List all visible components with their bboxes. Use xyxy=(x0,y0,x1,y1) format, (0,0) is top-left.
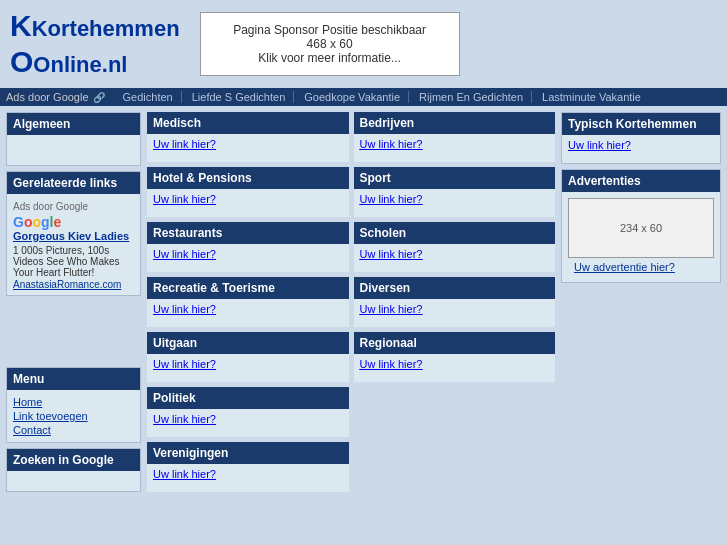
verenigingen-title: Verenigingen xyxy=(147,442,349,464)
scholen-title: Scholen xyxy=(354,222,556,244)
cat-bedrijven: Bedrijven Uw link hier? xyxy=(354,112,556,162)
menu-home[interactable]: Home xyxy=(13,395,134,409)
sport-title: Sport xyxy=(354,167,556,189)
main-content: Algemeen Gerelateerde links Ads door Goo… xyxy=(0,106,727,498)
row-4: Recreatie & Toerisme Uw link hier? Diver… xyxy=(147,277,555,327)
nav-rijmen[interactable]: Rijmen En Gedichten xyxy=(411,91,532,103)
politiek-link[interactable]: Uw link hier? xyxy=(153,413,216,425)
cat-restaurants: Restaurants Uw link hier? xyxy=(147,222,349,272)
hotel-title: Hotel & Pensions xyxy=(147,167,349,189)
recreatie-link[interactable]: Uw link hier? xyxy=(153,303,216,315)
advertenties-title: Advertenties xyxy=(562,170,720,192)
uitgaan-title: Uitgaan xyxy=(147,332,349,354)
right-sidebar: Typisch Kortehemmen Uw link hier? Advert… xyxy=(561,112,721,492)
gerelateerde-title: Gerelateerde links xyxy=(7,172,140,194)
site-title: KKortehemmen OOnline.nl xyxy=(10,8,180,80)
row-6: Politiek Uw link hier? xyxy=(147,387,555,437)
sponsor-line2: 468 x 60 xyxy=(221,37,439,51)
sidebar-ads-label: Ads door Google xyxy=(13,199,134,214)
typisch-link[interactable]: Uw link hier? xyxy=(568,139,631,151)
sponsor-box[interactable]: Pagina Sponsor Positie beschikbaar 468 x… xyxy=(200,12,460,76)
algemeen-section: Algemeen xyxy=(6,112,141,166)
typisch-title: Typisch Kortehemmen xyxy=(562,113,720,135)
cat-regionaal: Regionaal Uw link hier? xyxy=(354,332,556,382)
ad-link[interactable]: Gorgeous Kiev Ladies xyxy=(13,230,134,242)
zoeken-section: Zoeken in Google xyxy=(6,448,141,492)
nav-lastminute[interactable]: Lastminute Vakantie xyxy=(534,91,649,103)
zoeken-title: Zoeken in Google xyxy=(7,449,140,471)
scholen-link[interactable]: Uw link hier? xyxy=(360,248,423,260)
diversen-title: Diversen xyxy=(354,277,556,299)
sponsor-line3: Klik voor meer informatie... xyxy=(221,51,439,65)
diversen-link[interactable]: Uw link hier? xyxy=(360,303,423,315)
ad-box-label: 234 x 60 xyxy=(620,222,662,234)
ad-advertentie-link[interactable]: Uw advertentie hier? xyxy=(568,258,714,276)
uitgaan-link[interactable]: Uw link hier? xyxy=(153,358,216,370)
bedrijven-title: Bedrijven xyxy=(354,112,556,134)
cat-politiek: Politiek Uw link hier? xyxy=(147,387,349,437)
ad-box[interactable]: 234 x 60 xyxy=(568,198,714,258)
cat-uitgaan: Uitgaan Uw link hier? xyxy=(147,332,349,382)
cat-recreatie: Recreatie & Toerisme Uw link hier? xyxy=(147,277,349,327)
nav-liefde[interactable]: Liefde S Gedichten xyxy=(184,91,295,103)
cat-medisch: Medisch Uw link hier? xyxy=(147,112,349,162)
regionaal-title: Regionaal xyxy=(354,332,556,354)
nav-gedichten[interactable]: Gedichten xyxy=(115,91,182,103)
cat-hotel: Hotel & Pensions Uw link hier? xyxy=(147,167,349,217)
left-sidebar: Algemeen Gerelateerde links Ads door Goo… xyxy=(6,112,141,492)
menu-contact[interactable]: Contact xyxy=(13,423,134,437)
regionaal-link[interactable]: Uw link hier? xyxy=(360,358,423,370)
ad-text: 1 000s Pictures, 100s Videos See Who Mak… xyxy=(13,245,134,278)
menu-section: Menu Home Link toevoegen Contact xyxy=(6,367,141,443)
google-logo: Google xyxy=(13,214,134,230)
cat-sport: Sport Uw link hier? xyxy=(354,167,556,217)
restaurants-title: Restaurants xyxy=(147,222,349,244)
cat-verenigingen: Verenigingen Uw link hier? xyxy=(147,442,349,492)
navbar: Ads door Google 🔗 Gedichten Liefde S Ged… xyxy=(0,88,727,106)
center-content: Medisch Uw link hier? Bedrijven Uw link … xyxy=(147,112,555,492)
title-line1: Kortehemmen xyxy=(32,16,180,41)
nav-goedkope[interactable]: Goedkope Vakantie xyxy=(296,91,409,103)
medisch-link[interactable]: Uw link hier? xyxy=(153,138,216,150)
row-1: Medisch Uw link hier? Bedrijven Uw link … xyxy=(147,112,555,162)
sport-link[interactable]: Uw link hier? xyxy=(360,193,423,205)
page-header: KKortehemmen OOnline.nl Pagina Sponsor P… xyxy=(0,0,727,88)
sponsor-line1: Pagina Sponsor Positie beschikbaar xyxy=(221,23,439,37)
algemeen-title: Algemeen xyxy=(7,113,140,135)
ad-ext-link[interactable]: AnastasiaRomance.com xyxy=(13,279,121,290)
verenigingen-link[interactable]: Uw link hier? xyxy=(153,468,216,480)
politiek-title: Politiek xyxy=(147,387,349,409)
typisch-section: Typisch Kortehemmen Uw link hier? xyxy=(561,112,721,164)
row-7: Verenigingen Uw link hier? xyxy=(147,442,555,492)
row-2: Hotel & Pensions Uw link hier? Sport Uw … xyxy=(147,167,555,217)
medisch-title: Medisch xyxy=(147,112,349,134)
hotel-link[interactable]: Uw link hier? xyxy=(153,193,216,205)
menu-title: Menu xyxy=(7,368,140,390)
gerelateerde-section: Gerelateerde links Ads door Google Googl… xyxy=(6,171,141,296)
cat-scholen: Scholen Uw link hier? xyxy=(354,222,556,272)
advertenties-section: Advertenties 234 x 60 Uw advertentie hie… xyxy=(561,169,721,283)
title-line2: Online.nl xyxy=(33,52,127,77)
ads-google-label: Ads door Google 🔗 xyxy=(6,91,105,103)
recreatie-title: Recreatie & Toerisme xyxy=(147,277,349,299)
cat-diversen: Diversen Uw link hier? xyxy=(354,277,556,327)
row-3: Restaurants Uw link hier? Scholen Uw lin… xyxy=(147,222,555,272)
menu-link-toevoegen[interactable]: Link toevoegen xyxy=(13,409,134,423)
bedrijven-link[interactable]: Uw link hier? xyxy=(360,138,423,150)
row-5: Uitgaan Uw link hier? Regionaal Uw link … xyxy=(147,332,555,382)
restaurants-link[interactable]: Uw link hier? xyxy=(153,248,216,260)
